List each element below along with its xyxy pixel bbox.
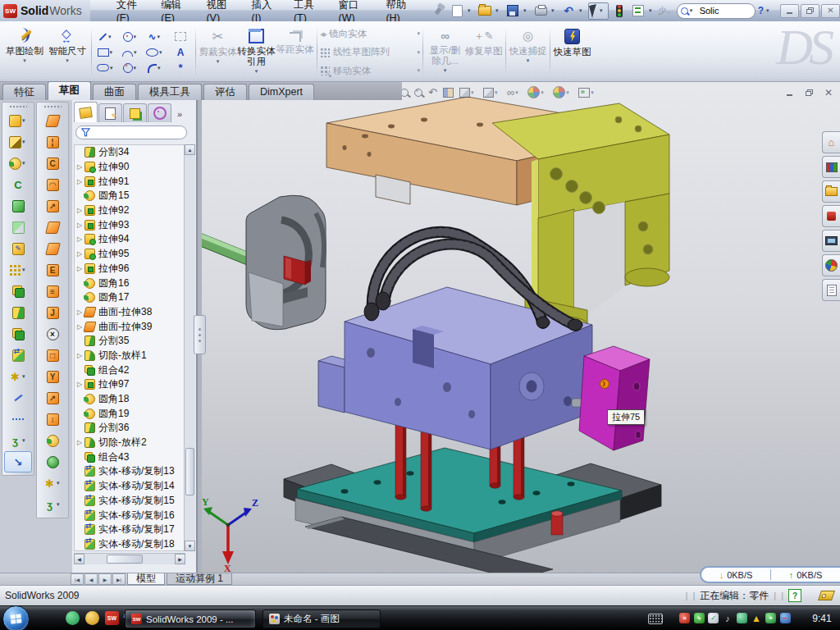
tray-shield-green-icon[interactable]: ϟ bbox=[694, 613, 705, 623]
surface-filled-surface-button[interactable] bbox=[39, 217, 66, 238]
instant3d-button[interactable]: ↘ bbox=[4, 451, 32, 472]
apply-scene-button[interactable]: ▾ bbox=[527, 86, 547, 98]
featuremanager-tab[interactable] bbox=[74, 102, 98, 122]
tray-signal-warning-icon[interactable]: ▲ bbox=[751, 613, 762, 623]
offset-entities-button[interactable]: 等距实体 bbox=[276, 24, 314, 80]
tree-item[interactable]: 组合43 bbox=[75, 450, 185, 464]
doc-restore-button[interactable] bbox=[802, 87, 815, 98]
boss-pair-button[interactable] bbox=[4, 281, 32, 302]
spline-curve-button[interactable]: ʒ▾ bbox=[4, 430, 32, 451]
repair-sketch-button[interactable]: ＋✎ 修复草图 bbox=[464, 24, 503, 80]
dimxpertmanager-tab[interactable] bbox=[148, 103, 171, 122]
open-caret[interactable]: ▾ bbox=[495, 7, 502, 14]
composite-curve-button[interactable] bbox=[4, 409, 32, 430]
zoom-to-area-button[interactable] bbox=[414, 89, 422, 97]
doc-close-button[interactable]: ✕ bbox=[822, 87, 835, 98]
sketch-fillet-button[interactable]: ▾ bbox=[144, 60, 168, 75]
reference-axis-button[interactable] bbox=[4, 387, 32, 409]
surface-knit-surface-button[interactable]: Y bbox=[39, 366, 66, 387]
quicklaunch-messenger-icon[interactable] bbox=[66, 611, 80, 625]
splitter-grip[interactable] bbox=[194, 315, 206, 354]
pin-icon[interactable] bbox=[430, 3, 446, 18]
tab-草图[interactable]: 草图 bbox=[48, 81, 91, 100]
tree-item[interactable]: ▷曲面-拉伸39 bbox=[75, 319, 185, 334]
tree-item[interactable]: ▷切除-放样1 bbox=[75, 349, 185, 363]
file-explorer-tab[interactable] bbox=[822, 180, 840, 203]
surface-spline-surface-button[interactable]: ʒ▾ bbox=[39, 494, 66, 515]
text-button[interactable]: A bbox=[168, 44, 193, 60]
surface-swept-surface-button[interactable] bbox=[39, 110, 66, 131]
panel-tabs-overflow[interactable]: » bbox=[177, 109, 182, 119]
move-entities-button[interactable]: 移动实体▾ bbox=[320, 62, 420, 79]
surface-replace-face-button[interactable]: ↕ bbox=[39, 409, 66, 430]
tree-item[interactable]: 实体-移动/复制15 bbox=[75, 494, 185, 509]
save-caret[interactable]: ▾ bbox=[523, 7, 530, 14]
tree-item[interactable]: ▷拉伸96 bbox=[75, 262, 185, 276]
surface-surface-fillet-button[interactable] bbox=[39, 430, 66, 451]
tree-item[interactable]: ▷拉伸97 bbox=[75, 377, 185, 392]
graphics-area[interactable]: Y Z X ↶▾▾∞▾▾▾▾ ✕ ⌂ 拉伸75 bbox=[201, 82, 840, 573]
point-button[interactable]: * bbox=[168, 60, 193, 75]
tree-item[interactable]: 圆角16 bbox=[75, 276, 185, 290]
tree-item[interactable]: ▷拉伸91 bbox=[75, 174, 185, 189]
spline-button[interactable]: ∿▾ bbox=[144, 29, 168, 44]
help-caret[interactable]: ▾ bbox=[766, 7, 773, 14]
part-cutaway-die[interactable] bbox=[201, 195, 326, 330]
save-button[interactable] bbox=[504, 3, 521, 18]
undo-button[interactable]: ↶ bbox=[560, 3, 577, 18]
part-base-plate[interactable] bbox=[284, 448, 661, 573]
linear-sketch-pattern-button[interactable]: 线性草图阵列▾ bbox=[320, 44, 420, 61]
3d-model-scene[interactable]: Y Z X bbox=[201, 82, 840, 573]
surface-delete-face-button[interactable]: × bbox=[39, 323, 66, 345]
appearances-scenes-tab[interactable] bbox=[822, 254, 840, 276]
toolbar-grip[interactable] bbox=[9, 105, 27, 108]
select-button[interactable]: ▾ bbox=[588, 2, 609, 20]
search-box[interactable]: ▾ bbox=[677, 3, 756, 19]
surface-offset-surface-button[interactable]: ≡ bbox=[39, 281, 66, 302]
search-input[interactable] bbox=[698, 5, 744, 16]
fillet-button[interactable]: ▾ bbox=[4, 153, 32, 174]
tray-health-green-icon[interactable]: + bbox=[765, 613, 776, 623]
display-delete-relations-button[interactable]: ∞ 显示/删除几... ▾ bbox=[426, 24, 464, 80]
surface-extended-surface-button[interactable]: E bbox=[39, 259, 66, 281]
tree-item[interactable]: 实体-移动/复制16 bbox=[75, 508, 185, 523]
move-copy-bodies-button[interactable] bbox=[4, 345, 32, 366]
vscroll-thumb[interactable] bbox=[185, 448, 194, 495]
circle-button[interactable]: ▾ bbox=[119, 29, 144, 44]
model-tab-2[interactable]: 运动算例 1 bbox=[167, 573, 232, 585]
tray-network-green-icon[interactable] bbox=[737, 613, 747, 623]
edit-appearance-button[interactable]: ▾ bbox=[578, 88, 597, 98]
tree-item[interactable]: 圆角17 bbox=[75, 290, 185, 305]
quicklaunch-antivirus-icon[interactable] bbox=[85, 611, 99, 625]
tree-item[interactable]: 分割35 bbox=[75, 334, 185, 349]
tab-模具工具[interactable]: 模具工具 bbox=[138, 84, 202, 100]
surface-dome-button[interactable] bbox=[39, 451, 66, 472]
box-select-button[interactable] bbox=[168, 29, 193, 44]
toolbar-overflow[interactable]: 少.. bbox=[658, 5, 671, 16]
custom-properties-tab[interactable] bbox=[822, 279, 840, 301]
tree-item[interactable]: ▷拉伸93 bbox=[75, 217, 185, 232]
draft-button[interactable] bbox=[4, 217, 32, 238]
tree-item[interactable]: ▷拉伸90 bbox=[75, 160, 185, 175]
slot-button[interactable]: ▾ bbox=[94, 60, 119, 75]
rapid-sketch-button[interactable]: 快速草图 bbox=[553, 24, 591, 80]
tree-item[interactable]: ▷拉伸94 bbox=[75, 232, 185, 247]
tab-评估[interactable]: 评估 bbox=[203, 84, 247, 100]
polygon-button[interactable]: ▾ bbox=[119, 60, 144, 75]
configurationmanager-tab[interactable] bbox=[123, 103, 147, 122]
tree-item[interactable]: 圆角18 bbox=[75, 392, 185, 407]
tree-item[interactable]: 分割36 bbox=[75, 421, 185, 436]
rebuild-button[interactable] bbox=[611, 3, 628, 18]
previous-view-button[interactable]: ↶ bbox=[428, 87, 437, 98]
propertymanager-tab[interactable] bbox=[98, 103, 122, 122]
extruded-cut-button[interactable]: ▾ bbox=[4, 131, 32, 153]
tree-item[interactable]: 实体-移动/复制14 bbox=[75, 479, 185, 494]
close-button[interactable]: ✕ bbox=[821, 4, 840, 18]
new-document-button[interactable] bbox=[449, 3, 465, 18]
minimize-button[interactable] bbox=[780, 4, 799, 18]
tree-item[interactable]: ▷拉伸95 bbox=[75, 247, 185, 262]
view-orientation-button[interactable]: ▾ bbox=[459, 88, 477, 98]
swept-boss-button[interactable]: C bbox=[4, 174, 32, 195]
reference-point-button[interactable]: ✱▾ bbox=[4, 366, 32, 387]
taskbar-window-paint[interactable]: 未命名 - 画图 bbox=[262, 609, 381, 628]
